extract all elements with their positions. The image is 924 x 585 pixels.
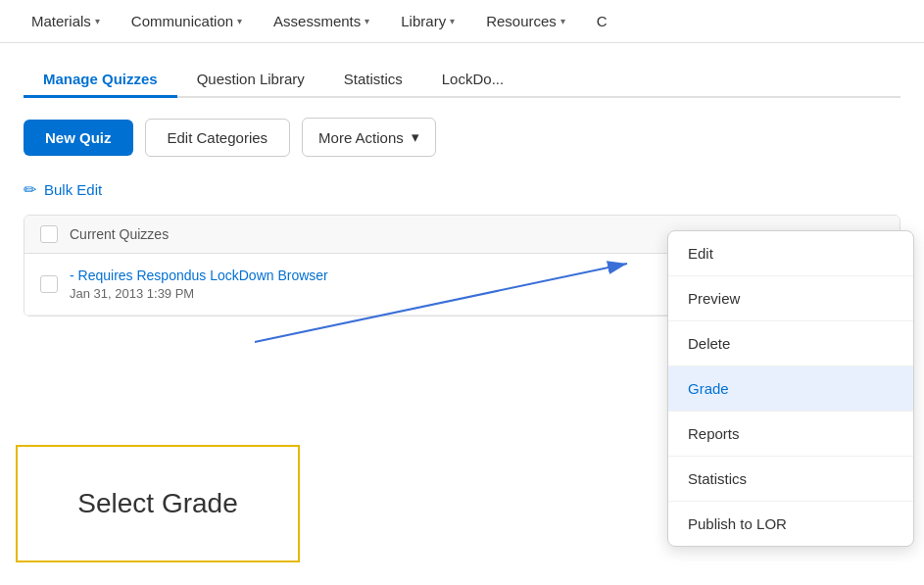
- dropdown-statistics-label: Statistics: [688, 470, 747, 487]
- toolbar: New Quiz Edit Categories More Actions ▾: [24, 118, 900, 157]
- tab-manage-quizzes-label: Manage Quizzes: [43, 71, 158, 87]
- nav-communication-label: Communication: [131, 13, 233, 29]
- dropdown-menu: Edit Preview Delete Grade Reports Statis…: [667, 230, 914, 547]
- nav-library-chevron: ▾: [450, 16, 455, 26]
- edit-categories-button[interactable]: Edit Categories: [145, 119, 291, 157]
- nav-communication[interactable]: Communication ▾: [116, 0, 258, 43]
- content-area: Manage Quizzes Question Library Statisti…: [0, 43, 924, 336]
- dropdown-grade-label: Grade: [688, 380, 729, 397]
- new-quiz-button[interactable]: New Quiz: [24, 120, 133, 156]
- tab-question-library-label: Question Library: [197, 71, 305, 87]
- dropdown-publish-lor-label: Publish to LOR: [688, 515, 787, 532]
- bulk-edit-link[interactable]: Bulk Edit: [44, 181, 102, 198]
- nav-resources-chevron: ▾: [560, 16, 565, 26]
- more-actions-label: More Actions: [318, 129, 404, 146]
- dropdown-delete-label: Delete: [688, 335, 730, 352]
- dropdown-item-preview[interactable]: Preview: [668, 276, 913, 321]
- nav-assessments[interactable]: Assessments ▾: [258, 0, 385, 43]
- dropdown-item-grade[interactable]: Grade: [668, 366, 913, 412]
- nav-library-label: Library: [401, 13, 446, 29]
- dropdown-item-delete[interactable]: Delete: [668, 321, 913, 366]
- nav-resources-label: Resources: [486, 13, 557, 29]
- tab-question-library[interactable]: Question Library: [177, 63, 324, 98]
- dropdown-item-publish-lor[interactable]: Publish to LOR: [668, 502, 913, 546]
- dropdown-item-reports[interactable]: Reports: [668, 412, 913, 457]
- nav-materials[interactable]: Materials ▾: [16, 0, 116, 43]
- nav-communication-chevron: ▾: [237, 16, 242, 26]
- nav-assessments-label: Assessments: [273, 13, 361, 29]
- dropdown-item-edit[interactable]: Edit: [668, 231, 913, 276]
- top-navigation: Materials ▾ Communication ▾ Assessments …: [0, 0, 924, 43]
- row-checkbox[interactable]: [40, 275, 58, 293]
- tab-statistics[interactable]: Statistics: [324, 63, 422, 98]
- tab-lockdown-label: LockDo...: [442, 71, 504, 87]
- dropdown-edit-label: Edit: [688, 245, 713, 262]
- header-checkbox[interactable]: [40, 225, 58, 243]
- nav-materials-label: Materials: [31, 13, 91, 29]
- more-actions-chevron: ▾: [412, 128, 419, 146]
- nav-materials-chevron: ▾: [95, 16, 100, 26]
- dropdown-reports-label: Reports: [688, 425, 740, 442]
- select-grade-box: Select Grade: [16, 445, 300, 562]
- dropdown-preview-label: Preview: [688, 290, 740, 307]
- tab-manage-quizzes[interactable]: Manage Quizzes: [24, 63, 177, 98]
- tab-statistics-label: Statistics: [344, 71, 403, 87]
- nav-library[interactable]: Library ▾: [385, 0, 470, 43]
- tab-lockdown[interactable]: LockDo...: [422, 63, 523, 98]
- bulk-edit-pencil-icon: ✏: [24, 180, 36, 199]
- new-quiz-label: New Quiz: [45, 129, 112, 146]
- select-grade-label: Select Grade: [77, 488, 237, 519]
- nav-more-label: C: [597, 13, 608, 29]
- more-actions-button[interactable]: More Actions ▾: [302, 118, 436, 157]
- bulk-edit-row: ✏ Bulk Edit: [24, 180, 900, 199]
- nav-resources[interactable]: Resources ▾: [470, 0, 581, 43]
- edit-categories-label: Edit Categories: [168, 129, 268, 146]
- quiz-header-label: Current Quizzes: [70, 226, 169, 242]
- tabs-bar: Manage Quizzes Question Library Statisti…: [24, 63, 900, 98]
- nav-more[interactable]: C: [581, 0, 623, 43]
- nav-assessments-chevron: ▾: [365, 16, 369, 26]
- dropdown-item-statistics[interactable]: Statistics: [668, 457, 913, 502]
